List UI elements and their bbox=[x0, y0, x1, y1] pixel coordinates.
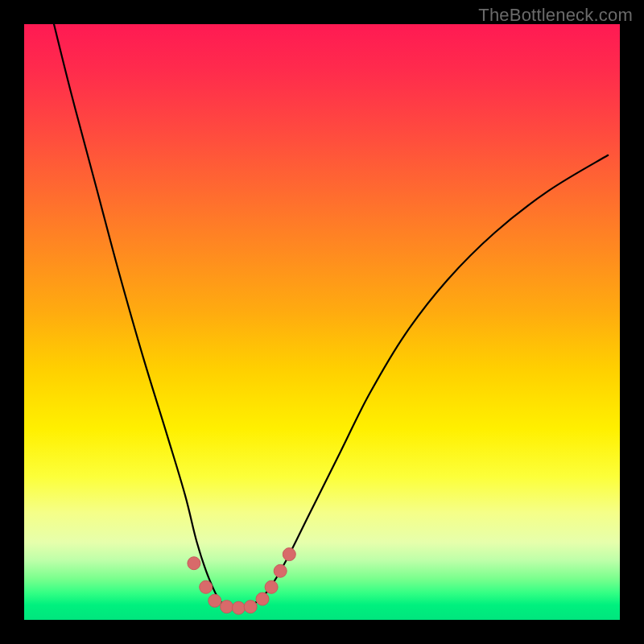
highlight-marker bbox=[221, 601, 233, 613]
watermark-text: TheBottleneck.com bbox=[478, 5, 633, 26]
highlight-marker bbox=[256, 592, 269, 605]
highlight-marker bbox=[188, 557, 200, 570]
highlight-marker bbox=[265, 580, 278, 593]
highlight-marker bbox=[232, 601, 245, 614]
bottleneck-curve bbox=[54, 24, 608, 609]
marker-group bbox=[188, 548, 295, 615]
chart-frame: TheBottleneck.com bbox=[0, 0, 644, 644]
highlight-marker bbox=[208, 594, 221, 607]
highlight-marker bbox=[200, 580, 213, 593]
highlight-marker bbox=[244, 601, 257, 613]
highlight-marker bbox=[274, 564, 287, 577]
highlight-marker bbox=[283, 548, 295, 561]
curve-layer bbox=[24, 24, 620, 620]
plot-area bbox=[24, 24, 620, 620]
